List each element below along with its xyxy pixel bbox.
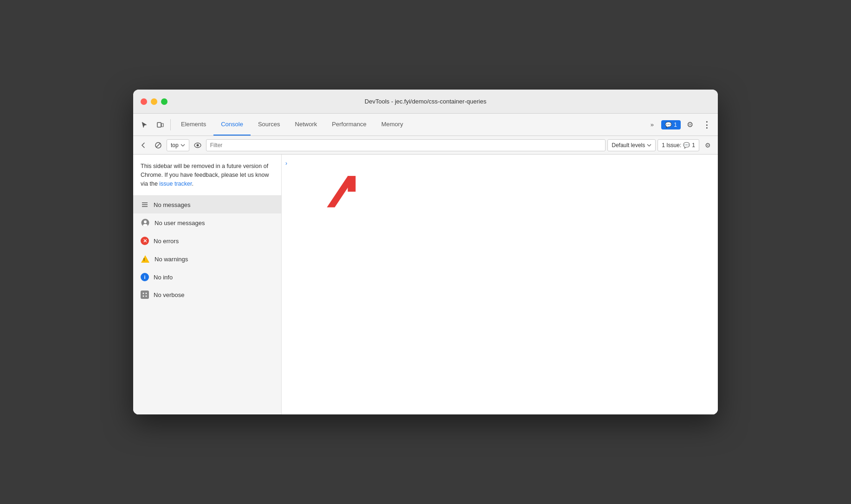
traffic-lights (141, 98, 168, 105)
log-level-selector[interactable]: Default levels (607, 139, 656, 151)
console-output: › (282, 155, 718, 414)
sidebar-notice: This sidebar will be removed in a future… (133, 155, 281, 196)
filter-warnings-label: No warnings (155, 256, 188, 263)
issues-badge[interactable]: 💬 1 (661, 120, 681, 129)
more-options-icon[interactable]: ⋮ (699, 117, 714, 132)
maximize-button[interactable] (161, 98, 168, 105)
console-settings-icon[interactable]: ⚙ (701, 139, 714, 152)
error-icon: ✕ (141, 237, 149, 245)
tab-elements[interactable]: Elements (174, 114, 213, 136)
context-selector[interactable]: top (167, 139, 189, 151)
dropdown-arrow-icon (181, 144, 185, 147)
tab-sources[interactable]: Sources (251, 114, 288, 136)
main-content: This sidebar will be removed in a future… (133, 155, 718, 414)
issues-label: 1 Issue: (662, 142, 681, 149)
filter-list: No messages No user messages (133, 196, 281, 414)
filter-all[interactable]: No messages (133, 196, 281, 213)
svg-point-10 (144, 220, 147, 223)
back-icon[interactable] (137, 139, 150, 152)
svg-point-5 (196, 144, 199, 146)
window-title: DevTools - jec.fyi/demo/css-container-qu… (365, 98, 486, 105)
close-button[interactable] (141, 98, 147, 105)
verbose-icon (141, 291, 149, 299)
svg-line-3 (156, 143, 161, 147)
svg-point-11 (143, 224, 148, 227)
more-tabs-icon[interactable]: » (645, 117, 659, 132)
console-prompt-icon[interactable]: › (285, 160, 287, 167)
filter-input[interactable] (206, 139, 606, 151)
info-icon: i (141, 273, 149, 281)
list-icon (141, 200, 149, 209)
chat-icon: 💬 (665, 122, 672, 128)
issue-tracker-link[interactable]: issue tracker (159, 181, 192, 187)
filter-errors-label: No errors (154, 238, 179, 245)
svg-point-13 (143, 293, 144, 294)
filter-all-label: No messages (154, 201, 190, 208)
filter-warnings[interactable]: No warnings (133, 250, 281, 268)
warning-icon (141, 254, 150, 264)
tab-console[interactable]: Console (213, 114, 251, 136)
log-level-label: Default levels (612, 142, 645, 149)
svg-point-15 (143, 296, 144, 297)
issues-counter-btn[interactable]: 1 Issue: 💬 1 (658, 139, 699, 151)
svg-rect-12 (142, 291, 148, 298)
ban-icon[interactable] (152, 139, 165, 152)
console-toolbar: top Default levels 1 Issue: � (133, 136, 718, 155)
device-toggle-icon[interactable] (153, 117, 168, 132)
cursor-icon[interactable] (137, 117, 152, 132)
tab-bar: Elements Console Sources Network Perform… (174, 114, 644, 136)
issues-chat-icon: 💬 (683, 142, 690, 149)
filter-info[interactable]: i No info (133, 268, 281, 286)
devtools-window: DevTools - jec.fyi/demo/css-container-qu… (133, 90, 718, 414)
filter-verbose[interactable]: No verbose (133, 286, 281, 304)
svg-rect-0 (157, 123, 161, 127)
main-toolbar: Elements Console Sources Network Perform… (133, 114, 718, 136)
settings-icon[interactable]: ⚙ (683, 117, 697, 132)
tab-performance[interactable]: Performance (324, 114, 374, 136)
user-icon (141, 218, 150, 227)
filter-user-label: No user messages (155, 220, 205, 226)
filter-user[interactable]: No user messages (133, 213, 281, 232)
svg-point-16 (146, 296, 147, 297)
filter-errors[interactable]: ✕ No errors (133, 232, 281, 250)
tab-memory[interactable]: Memory (374, 114, 411, 136)
filter-info-label: No info (154, 274, 173, 281)
toolbar-right: » 💬 1 ⚙ ⋮ (645, 117, 714, 132)
issues-number: 1 (692, 142, 695, 149)
console-sidebar: This sidebar will be removed in a future… (133, 155, 282, 414)
tab-network[interactable]: Network (288, 114, 325, 136)
title-bar: DevTools - jec.fyi/demo/css-container-qu… (133, 90, 718, 114)
log-level-dropdown-icon (647, 144, 651, 147)
svg-rect-1 (161, 123, 163, 127)
filter-verbose-label: No verbose (154, 291, 184, 298)
minimize-button[interactable] (151, 98, 157, 105)
eye-icon[interactable] (191, 139, 204, 152)
context-label: top (171, 142, 179, 149)
svg-point-14 (146, 293, 147, 294)
toolbar-divider-1 (170, 119, 171, 130)
